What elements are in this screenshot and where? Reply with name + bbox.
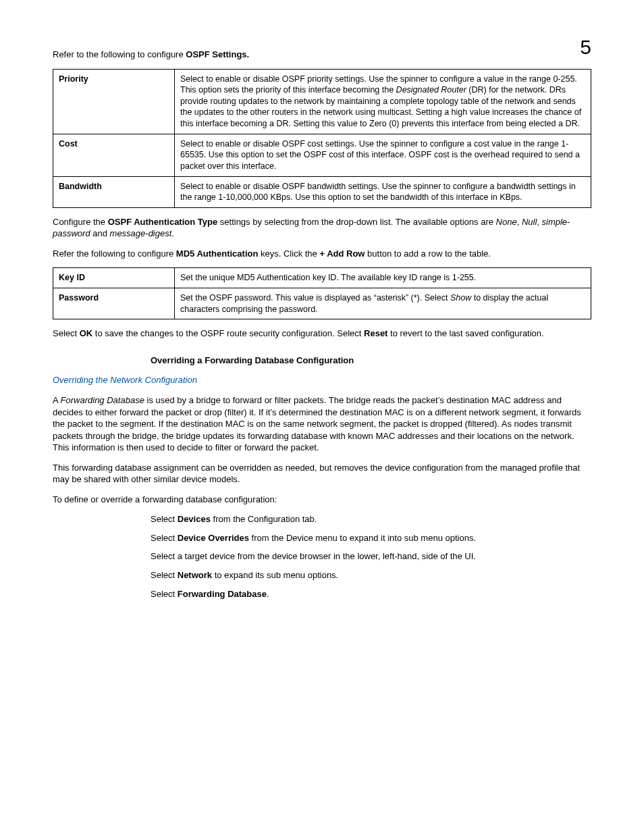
procedure-step: Select Network to expand its sub menu op… <box>151 569 591 581</box>
forwarding-db-description: A Forwarding Database is used by a bridg… <box>53 394 591 454</box>
forwarding-db-override-note: This forwarding database assignment can … <box>53 462 591 486</box>
md5-auth-table: Key IDSet the unique MD5 Authentication … <box>53 267 591 319</box>
procedure-step: Select Devices from the Configuration ta… <box>151 513 591 525</box>
table-row-label: Bandwidth <box>53 176 175 207</box>
chapter-number: 5 <box>580 34 591 61</box>
md5-auth-paragraph: Refer the following to configure MD5 Aut… <box>53 248 591 260</box>
table-row-label: Password <box>53 288 175 319</box>
ospf-auth-type-paragraph: Configure the OSPF Authentication Type s… <box>53 216 591 240</box>
section-heading-forwarding-db: Overriding a Forwarding Database Configu… <box>151 355 591 367</box>
procedure-step: Select Device Overrides from the Device … <box>151 532 591 544</box>
table-row-description: Set the OSPF password. This value is dis… <box>175 288 591 319</box>
table-row: PrioritySelect to enable or disable OSPF… <box>53 69 591 134</box>
procedure-steps: Select Devices from the Configuration ta… <box>151 513 591 600</box>
procedure-step: Select Forwarding Database. <box>151 588 591 600</box>
intro-paragraph: Refer to the following to configure OSPF… <box>53 49 591 61</box>
table-row: BandwidthSelect to enable or disable OSP… <box>53 176 591 207</box>
table-row-description: Set the unique MD5 Authentication key ID… <box>175 268 591 288</box>
table-row-description: Select to enable or disable OSPF bandwid… <box>175 176 591 207</box>
table-row-label: Cost <box>53 134 175 176</box>
table-row: PasswordSet the OSPF password. This valu… <box>53 288 591 319</box>
table-row-description: Select to enable or disable OSPF priorit… <box>175 69 591 134</box>
save-reset-paragraph: Select OK to save the changes to the OSP… <box>53 328 591 340</box>
table-row: CostSelect to enable or disable OSPF cos… <box>53 134 591 176</box>
cross-reference-link[interactable]: Overriding the Network Configuration <box>53 375 197 385</box>
ospf-settings-table: PrioritySelect to enable or disable OSPF… <box>53 69 591 208</box>
procedure-step: Select a target device from the device b… <box>151 550 591 563</box>
table-row-label: Key ID <box>53 268 175 288</box>
intro-bold: OSPF Settings. <box>186 49 249 59</box>
table-row-description: Select to enable or disable OSPF cost se… <box>175 134 591 176</box>
table-row: Key IDSet the unique MD5 Authentication … <box>53 268 591 288</box>
forwarding-db-procedure-intro: To define or override a forwarding datab… <box>53 494 591 506</box>
intro-text: Refer to the following to configure <box>53 49 186 59</box>
table-row-label: Priority <box>53 69 175 134</box>
